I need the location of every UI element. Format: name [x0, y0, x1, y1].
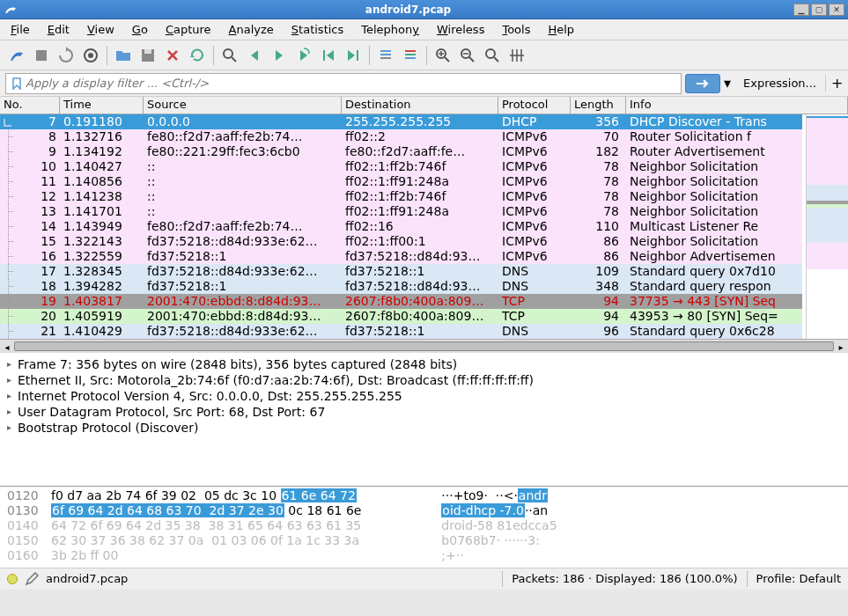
shark-fin-icon[interactable]: [5, 44, 28, 67]
window-title: android7.pcap: [23, 4, 793, 16]
find-button[interactable]: [218, 44, 241, 67]
menu-wireless[interactable]: Wireless: [433, 21, 488, 38]
menu-edit[interactable]: Edit: [44, 21, 73, 38]
status-profile[interactable]: Profile: Default: [756, 572, 841, 585]
table-row[interactable]: 101.140427::ff02::1:ff2b:746fICMPv678Nei…: [0, 159, 802, 174]
menu-tools[interactable]: Tools: [498, 21, 534, 38]
menu-view[interactable]: View: [84, 21, 118, 38]
detail-item[interactable]: ▸Ethernet II, Src: Motorola_2b:74:6f (f0…: [7, 372, 841, 388]
apply-filter-button[interactable]: [685, 74, 720, 93]
expert-info-icon[interactable]: [7, 574, 18, 584]
statusbar: android7.pcap Packets: 186 · Displayed: …: [0, 568, 848, 589]
first-button[interactable]: [317, 44, 340, 67]
colorize-button[interactable]: [399, 44, 422, 67]
svg-point-2: [88, 53, 93, 58]
menu-help[interactable]: Help: [544, 21, 578, 38]
table-row[interactable]: 181.394282fd37:5218::1fd37:5218::d84d:93…: [0, 279, 802, 294]
menu-capture[interactable]: Capture: [162, 21, 215, 38]
display-filter-input[interactable]: [26, 77, 675, 90]
col-time[interactable]: Time: [60, 97, 144, 114]
resize-cols-button[interactable]: [505, 44, 528, 67]
svg-rect-7: [323, 50, 325, 61]
options-button[interactable]: [79, 44, 102, 67]
autoscroll-button[interactable]: [374, 44, 397, 67]
toolbar: [0, 40, 848, 70]
menu-file[interactable]: File: [7, 21, 33, 38]
svg-line-23: [494, 57, 498, 62]
col-destination[interactable]: Destination: [342, 97, 498, 114]
last-button[interactable]: [342, 44, 365, 67]
open-button[interactable]: [112, 44, 135, 67]
detail-item[interactable]: ▸Bootstrap Protocol (Discover): [7, 420, 841, 436]
table-row[interactable]: 141.143949fe80::f2d7:aaff:fe2b:74…ff02::…: [0, 219, 802, 234]
table-row[interactable]: 91.134192fe80::221:29ff:fec3:6cb0fe80::f…: [0, 144, 802, 159]
restart-button[interactable]: [55, 44, 77, 67]
svg-line-21: [469, 57, 474, 62]
table-row[interactable]: 151.322143fd37:5218::d84d:933e:62…ff02::…: [0, 234, 802, 249]
stop-button[interactable]: [30, 44, 53, 67]
col-source[interactable]: Source: [144, 97, 342, 114]
close-file-button[interactable]: [161, 44, 184, 67]
horizontal-scrollbar[interactable]: ◂ ▸: [0, 339, 848, 353]
filter-dropdown-icon[interactable]: ▾: [720, 74, 734, 93]
menu-analyze[interactable]: Analyze: [225, 21, 277, 38]
col-no[interactable]: No.: [0, 97, 60, 114]
zoom-out-button[interactable]: [456, 44, 479, 67]
reload-button[interactable]: [186, 44, 209, 67]
table-row[interactable]: 121.141238::ff02::1:ff2b:746fICMPv678Nei…: [0, 189, 802, 204]
detail-item[interactable]: ▸Frame 7: 356 bytes on wire (2848 bits),…: [7, 356, 841, 372]
maximize-button[interactable]: ▢: [811, 4, 827, 16]
menu-telephony[interactable]: Telephony: [358, 21, 423, 38]
svg-rect-0: [36, 50, 47, 61]
hex-row[interactable]: 01306f 69 64 2d 64 68 63 70 2d 37 2e 30 …: [7, 503, 841, 518]
packet-list-pane: No. Time Source Destination Protocol Len…: [0, 97, 848, 353]
detail-item[interactable]: ▸Internet Protocol Version 4, Src: 0.0.0…: [7, 388, 841, 404]
hex-row[interactable]: 01603b 2b ff 00 ;+··: [7, 548, 841, 563]
hex-row[interactable]: 015062 30 37 36 38 62 37 0a 01 03 06 0f …: [7, 533, 841, 548]
col-protocol[interactable]: Protocol: [498, 97, 571, 114]
col-info[interactable]: Info: [626, 97, 848, 114]
table-row[interactable]: 161.322559fd37:5218::1fd37:5218::d84d:93…: [0, 249, 802, 264]
next-button[interactable]: [268, 44, 291, 67]
table-row[interactable]: 171.328345fd37:5218::d84d:933e:62…fd37:5…: [0, 264, 802, 279]
hex-row[interactable]: 0120f0 d7 aa 2b 74 6f 39 02 05 dc 3c 10 …: [7, 488, 841, 503]
close-button[interactable]: ✕: [829, 4, 844, 16]
packet-details-pane[interactable]: ▸Frame 7: 356 bytes on wire (2848 bits),…: [0, 353, 848, 487]
svg-point-22: [486, 49, 495, 58]
packet-minimap[interactable]: [806, 114, 848, 352]
hex-row[interactable]: 014064 72 6f 69 64 2d 35 38 38 31 65 64 …: [7, 518, 841, 533]
table-row[interactable]: 111.140856::ff02::1:ff91:248aICMPv678Nei…: [0, 174, 802, 189]
zoom-in-button[interactable]: [431, 44, 454, 67]
menubar: File Edit View Go Capture Analyze Statis…: [0, 19, 848, 40]
svg-line-18: [445, 57, 449, 62]
table-row[interactable]: 201.4059192001:470:ebbd:8:d84d:93…2607:f…: [0, 309, 802, 324]
table-row[interactable]: 70.1911800.0.0.0255.255.255.255DHCP356DH…: [0, 114, 802, 129]
prev-button[interactable]: [243, 44, 266, 67]
status-packets: Packets: 186 · Displayed: 186 (100.0%): [512, 572, 737, 585]
packet-list-body[interactable]: 70.1911800.0.0.0255.255.255.255DHCP356DH…: [0, 114, 802, 339]
table-row[interactable]: 211.410429fd37:5218::d84d:933e:62…fd37:5…: [0, 324, 802, 339]
titlebar: android7.pcap ▁ ▢ ✕: [0, 0, 848, 19]
save-button[interactable]: [136, 44, 159, 67]
table-row[interactable]: 191.4038172001:470:ebbd:8:d84d:93…2607:f…: [0, 294, 802, 309]
col-length[interactable]: Length: [571, 97, 626, 114]
edit-icon[interactable]: [25, 572, 39, 586]
hex-dump-pane[interactable]: 0120f0 d7 aa 2b 74 6f 39 02 05 dc 3c 10 …: [0, 487, 848, 568]
expression-button[interactable]: Expression...: [734, 77, 825, 90]
detail-item[interactable]: ▸User Datagram Protocol, Src Port: 68, D…: [7, 404, 841, 420]
jump-button[interactable]: [292, 44, 315, 67]
bookmark-icon[interactable]: [11, 77, 22, 90]
minimize-button[interactable]: ▁: [793, 4, 809, 16]
filter-input-container: [5, 73, 682, 94]
svg-line-6: [232, 57, 236, 62]
zoom-reset-button[interactable]: [481, 44, 504, 67]
status-file: android7.pcap: [46, 572, 128, 585]
table-row[interactable]: 81.132716fe80::f2d7:aaff:fe2b:74…ff02::2…: [0, 129, 802, 144]
svg-rect-4: [144, 49, 151, 54]
add-filter-button[interactable]: +: [825, 75, 843, 92]
menu-go[interactable]: Go: [129, 21, 151, 38]
svg-point-5: [224, 49, 232, 58]
packet-list-header: No. Time Source Destination Protocol Len…: [0, 97, 848, 114]
menu-statistics[interactable]: Statistics: [288, 21, 347, 38]
table-row[interactable]: 131.141701::ff02::1:ff91:248aICMPv678Nei…: [0, 204, 802, 219]
